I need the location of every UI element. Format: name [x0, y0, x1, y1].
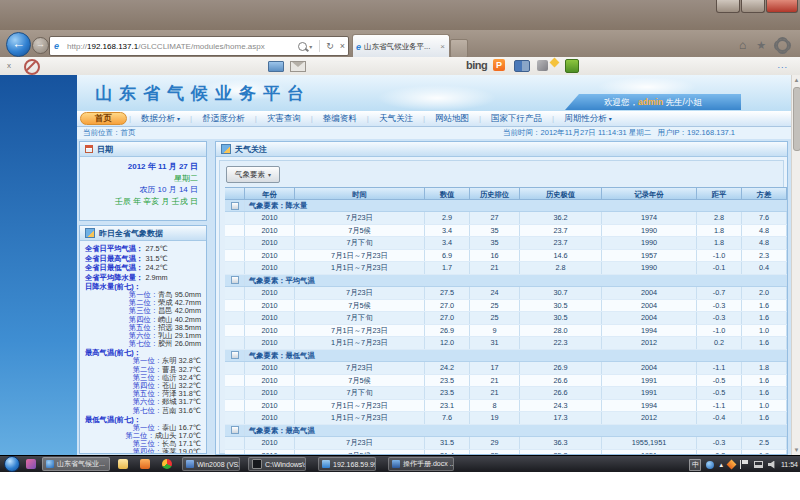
- show-hidden-icons-icon[interactable]: ▴: [719, 461, 723, 469]
- table-cell: 7.6: [742, 212, 787, 224]
- maximize-button[interactable]: [741, 0, 765, 13]
- group-expander[interactable]: [225, 200, 245, 211]
- nav-item-6[interactable]: 天气关注: [369, 113, 423, 125]
- column-header[interactable]: 距平: [697, 187, 742, 200]
- divider: [319, 40, 320, 52]
- table-cell: 2010: [245, 400, 295, 412]
- folder-icon[interactable]: [118, 459, 128, 469]
- favorites-star-icon[interactable]: ★: [756, 39, 766, 52]
- page-scrollbar: ▲ ▼: [791, 75, 800, 455]
- column-header[interactable]: 历史排位: [470, 187, 520, 200]
- action-center-flag-icon[interactable]: [740, 460, 749, 469]
- table-row: 20107月1日～7月23日26.9928.01994-1.01.0: [225, 325, 787, 338]
- taskbar-ie-button[interactable]: 山东省气候业...: [42, 457, 110, 471]
- more-options-icon[interactable]: ...: [777, 60, 788, 70]
- search-icon[interactable]: [298, 42, 307, 51]
- cloud-decoration: [377, 85, 497, 111]
- nav-item-4[interactable]: 灾害查询: [257, 113, 311, 125]
- table-cell: 0.4: [742, 262, 787, 274]
- group-expander[interactable]: [225, 425, 245, 436]
- nav-dropdown-arrow-icon: ▾: [177, 116, 180, 122]
- taskbar-button[interactable]: 操作手册.docx ...: [388, 457, 454, 471]
- stop-icon[interactable]: ×: [340, 41, 345, 51]
- nav-item-5[interactable]: 整编资料: [313, 113, 367, 125]
- msn-icon[interactable]: [514, 60, 530, 72]
- element-filter-button[interactable]: 气象要素▾: [226, 166, 280, 183]
- group-expander[interactable]: [225, 350, 245, 361]
- table-row: 20107月23日31.52936.31955,1951-0.32.5: [225, 437, 787, 450]
- table-cell: 2010: [245, 362, 295, 374]
- stat-value: 2.9mm: [145, 273, 167, 283]
- refresh-icon[interactable]: ↻: [326, 41, 334, 51]
- breadcrumb-bar: 当前位置：首页 当前时间：2012年11月27日 11:14:31 星期二 用户…: [77, 127, 791, 139]
- scrollbar-thumb[interactable]: [793, 87, 800, 151]
- language-indicator[interactable]: 中: [689, 459, 701, 471]
- back-button[interactable]: ←: [6, 32, 31, 57]
- table-group-row[interactable]: 气象要素：平均气温: [225, 275, 787, 287]
- nav-item-7[interactable]: 网站地图: [425, 113, 479, 125]
- taskbar-button[interactable]: C:\Windows\s...: [248, 457, 306, 471]
- start-button[interactable]: [4, 456, 20, 472]
- minimize-button[interactable]: [716, 0, 740, 13]
- baidu-icon[interactable]: P: [493, 59, 505, 71]
- address-bar-icons: ▾ ↻ ×: [298, 40, 348, 52]
- column-header[interactable]: 年份: [245, 187, 295, 200]
- column-header[interactable]: [225, 187, 245, 200]
- tray-clock[interactable]: 11:54: [781, 461, 798, 468]
- close-button[interactable]: [766, 0, 798, 13]
- column-header[interactable]: 数值: [425, 187, 470, 200]
- table-cell: 2.8: [697, 212, 742, 224]
- settings-gear-icon[interactable]: [776, 39, 789, 52]
- cards-icon[interactable]: [268, 61, 284, 72]
- table-cell: -0.7: [697, 287, 742, 299]
- group-label: 气象要素：降水量: [245, 200, 787, 211]
- addon-puzzle-icon[interactable]: [565, 59, 579, 73]
- table-group-row[interactable]: 气象要素：最低气温: [225, 350, 787, 362]
- column-header[interactable]: 历史极值: [520, 187, 602, 200]
- address-bar[interactable]: e http://192.168.137.1/GLCCLIMATE/module…: [49, 36, 349, 56]
- column-header[interactable]: 时间: [295, 187, 425, 200]
- weather-panel-body: 气象要素▾ 年份时间数值历史排位历史极值记录年份距平方差气象要素：降水量2010…: [219, 160, 784, 454]
- tray-alert-icon[interactable]: [727, 460, 737, 470]
- taskbar-button[interactable]: Win2008 (VS2...: [182, 457, 240, 471]
- table-cell: -1.0: [697, 250, 742, 262]
- app-icon[interactable]: [26, 459, 36, 469]
- app-icon[interactable]: [140, 459, 150, 469]
- home-icon[interactable]: ⌂: [739, 38, 746, 52]
- nav-item-1[interactable]: 首页: [80, 112, 127, 125]
- nav-item-8[interactable]: 国家下行产品: [481, 113, 552, 125]
- column-header[interactable]: 记录年份: [602, 187, 697, 200]
- mail-icon[interactable]: [290, 61, 306, 72]
- taskbar-button[interactable]: 192.168.59.99...: [318, 457, 376, 471]
- blocked-icon[interactable]: [24, 59, 40, 75]
- table-cell: 35: [470, 237, 520, 249]
- table-group-row[interactable]: 气象要素：最高气温: [225, 425, 787, 437]
- bing-logo[interactable]: bing: [466, 59, 487, 71]
- tools-wrench-icon[interactable]: [537, 60, 548, 71]
- table-cell: 27: [470, 212, 520, 224]
- volume-icon[interactable]: [768, 461, 776, 469]
- expander-icon: [231, 351, 239, 359]
- new-tab-button[interactable]: [450, 39, 468, 58]
- network-icon[interactable]: [754, 461, 763, 468]
- browser-tab[interactable]: e 山东省气候业务平... ×: [352, 34, 450, 58]
- group-expander[interactable]: [225, 275, 245, 286]
- calendar-icon: [85, 145, 93, 153]
- browser-app-icon[interactable]: [162, 459, 172, 469]
- nav-item-9[interactable]: 周期性分析▾: [554, 113, 622, 125]
- tab-close-icon[interactable]: ×: [440, 42, 445, 51]
- tray-app-icon[interactable]: [706, 461, 714, 469]
- nav-item-3[interactable]: 舒适度分析: [192, 113, 255, 125]
- column-header[interactable]: 方差: [742, 187, 787, 200]
- table-group-row[interactable]: 气象要素：降水量: [225, 200, 787, 212]
- scroll-up-arrow[interactable]: ▲: [792, 75, 800, 85]
- table-cell: 7月1日～7月23日: [295, 325, 425, 337]
- forward-button[interactable]: →: [32, 37, 49, 54]
- table-cell: 7月23日: [295, 362, 425, 374]
- scroll-down-arrow[interactable]: ▼: [792, 445, 800, 455]
- chevron-down-icon[interactable]: ▾: [309, 43, 312, 50]
- nav-item-2[interactable]: 数据分析▾: [131, 113, 190, 125]
- calendar-title: 日期: [97, 144, 113, 155]
- close-toolbar-icon[interactable]: x: [7, 61, 11, 70]
- breadcrumb: 当前位置：首页: [83, 127, 136, 139]
